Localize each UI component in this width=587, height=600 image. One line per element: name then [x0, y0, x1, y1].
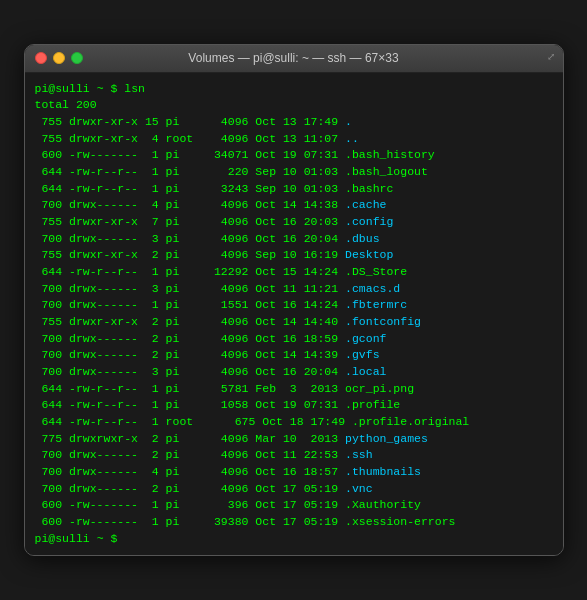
list-item: 755 drwxr-xr-x 2 pi 4096 Oct 14 14:40 .f…	[35, 314, 553, 331]
list-item: 700 drwx------ 2 pi 4096 Oct 14 14:39 .g…	[35, 347, 553, 364]
list-item: 700 drwx------ 2 pi 4096 Oct 16 18:59 .g…	[35, 331, 553, 348]
list-item: 700 drwx------ 2 pi 4096 Oct 11 22:53 .s…	[35, 447, 553, 464]
terminal-body[interactable]: pi@sulli ~ $ lsn total 200 755 drwxr-xr-…	[25, 73, 563, 556]
list-item: 700 drwx------ 3 pi 4096 Oct 11 11:21 .c…	[35, 281, 553, 298]
command-line-2: pi@sulli ~ $	[35, 531, 553, 548]
list-item: 775 drwxrwxr-x 2 pi 4096 Mar 10 2013 pyt…	[35, 431, 553, 448]
list-item: 600 -rw------- 1 pi 396 Oct 17 05:19 .Xa…	[35, 497, 553, 514]
list-item: 755 drwxr-xr-x 2 pi 4096 Sep 10 16:19 De…	[35, 247, 553, 264]
titlebar: Volumes — pi@sulli: ~ — ssh — 67×33 ⤢	[25, 45, 563, 73]
terminal-window: Volumes — pi@sulli: ~ — ssh — 67×33 ⤢ pi…	[24, 44, 564, 557]
close-button[interactable]	[35, 52, 47, 64]
list-item: 755 drwxr-xr-x 15 pi 4096 Oct 13 17:49 .	[35, 114, 553, 131]
traffic-lights	[35, 52, 83, 64]
list-item: 755 drwxr-xr-x 4 root 4096 Oct 13 11:07 …	[35, 131, 553, 148]
list-item: 644 -rw-r--r-- 1 pi 3243 Sep 10 01:03 .b…	[35, 181, 553, 198]
list-item: 644 -rw-r--r-- 1 pi 5781 Feb 3 2013 ocr_…	[35, 381, 553, 398]
list-item: 600 -rw------- 1 pi 39380 Oct 17 05:19 .…	[35, 514, 553, 531]
command-line-1: pi@sulli ~ $ lsn	[35, 81, 553, 98]
list-item: 700 drwx------ 4 pi 4096 Oct 14 14:38 .c…	[35, 197, 553, 214]
list-item: 700 drwx------ 3 pi 4096 Oct 16 20:04 .d…	[35, 231, 553, 248]
resize-icon: ⤢	[547, 51, 555, 63]
list-item: 700 drwx------ 1 pi 1551 Oct 16 14:24 .f…	[35, 297, 553, 314]
maximize-button[interactable]	[71, 52, 83, 64]
minimize-button[interactable]	[53, 52, 65, 64]
list-item: 700 drwx------ 3 pi 4096 Oct 16 20:04 .l…	[35, 364, 553, 381]
list-item: 644 -rw-r--r-- 1 pi 1058 Oct 19 07:31 .p…	[35, 397, 553, 414]
list-item: 644 -rw-r--r-- 1 root 675 Oct 18 17:49 .…	[35, 414, 553, 431]
list-item: 700 drwx------ 4 pi 4096 Oct 16 18:57 .t…	[35, 464, 553, 481]
total-line: total 200	[35, 97, 553, 114]
list-item: 755 drwxr-xr-x 7 pi 4096 Oct 16 20:03 .c…	[35, 214, 553, 231]
list-item: 644 -rw-r--r-- 1 pi 12292 Oct 15 14:24 .…	[35, 264, 553, 281]
list-item: 644 -rw-r--r-- 1 pi 220 Sep 10 01:03 .ba…	[35, 164, 553, 181]
window-title: Volumes — pi@sulli: ~ — ssh — 67×33	[188, 51, 398, 65]
list-item: 700 drwx------ 2 pi 4096 Oct 17 05:19 .v…	[35, 481, 553, 498]
list-item: 600 -rw------- 1 pi 34071 Oct 19 07:31 .…	[35, 147, 553, 164]
